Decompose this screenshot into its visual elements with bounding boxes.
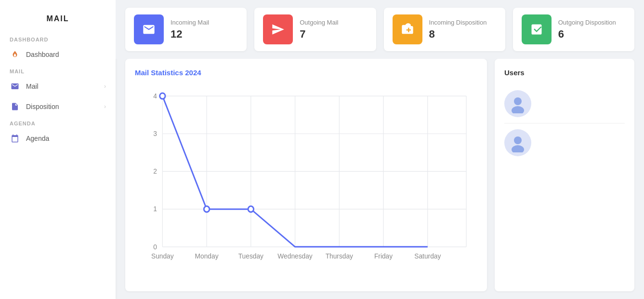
chart-point-tuesday: [248, 206, 253, 212]
svg-text:4: 4: [153, 92, 157, 100]
stat-card-incoming-mail: Incoming Mail 12: [125, 8, 247, 51]
chart-panel: Mail Statistics 2024: [125, 59, 487, 291]
svg-text:Sunday: Sunday: [151, 252, 174, 260]
svg-point-25: [514, 97, 522, 105]
sidebar-item-mail[interactable]: Mail ›: [0, 76, 116, 96]
doc-icon: [10, 101, 20, 112]
svg-point-27: [514, 136, 522, 144]
flame-icon: [10, 49, 20, 60]
incoming-mail-value: 12: [171, 28, 209, 41]
incoming-mail-info: Incoming Mail 12: [171, 19, 209, 41]
sidebar: MAIL DASHBOARD Dashboard MAIL Mail › Dis…: [0, 0, 116, 299]
user-avatar-icon: [508, 94, 527, 113]
stats-row: Incoming Mail 12 Outgoing Mail 7 Incomin…: [116, 0, 644, 59]
incoming-mail-icon: [142, 23, 156, 36]
avatar: [504, 129, 531, 156]
svg-text:Thursday: Thursday: [326, 252, 354, 260]
content-area: Mail Statistics 2024: [116, 59, 644, 299]
sidebar-item-agenda[interactable]: Agenda: [0, 128, 116, 149]
avatar: [504, 90, 531, 117]
list-item: [504, 84, 625, 123]
app-title: MAIL: [0, 10, 116, 33]
sidebar-item-agenda-label: Agenda: [26, 135, 49, 142]
outgoing-disposition-value: 6: [558, 28, 616, 41]
outgoing-disposition-icon: [530, 23, 543, 36]
chart-container: 4 3 2 1 0 Sunday Monday Tuesday Wednesda…: [135, 84, 477, 282]
incoming-disposition-icon: [401, 23, 414, 36]
disposition-chevron-icon: ›: [104, 103, 106, 110]
incoming-mail-label: Incoming Mail: [171, 19, 209, 26]
stat-card-outgoing-mail: Outgoing Mail 7: [254, 8, 376, 51]
incoming-mail-icon-box: [134, 14, 164, 44]
stat-card-outgoing-disposition: Outgoing Disposition 6: [513, 8, 634, 51]
incoming-disposition-info: Incoming Disposition 8: [429, 19, 487, 41]
svg-text:Tuesday: Tuesday: [238, 252, 264, 260]
svg-text:0: 0: [153, 243, 157, 250]
sidebar-item-disposition[interactable]: Disposition ›: [0, 96, 116, 117]
calendar-icon: [10, 133, 20, 144]
outgoing-disposition-label: Outgoing Disposition: [558, 19, 616, 26]
user-avatar-icon: [508, 133, 527, 152]
mail-icon: [10, 81, 20, 92]
users-title: Users: [504, 68, 625, 77]
sidebar-item-dashboard-label: Dashboard: [26, 51, 59, 58]
main-content: Incoming Mail 12 Outgoing Mail 7 Incomin…: [116, 0, 644, 299]
svg-text:Wednesday: Wednesday: [277, 252, 313, 260]
sidebar-item-disposition-label: Disposition: [26, 103, 59, 110]
outgoing-mail-value: 7: [300, 28, 338, 41]
svg-text:1: 1: [153, 205, 157, 213]
outgoing-mail-icon-box: [263, 14, 293, 44]
list-item: [504, 123, 625, 162]
outgoing-mail-label: Outgoing Mail: [300, 19, 338, 26]
svg-point-26: [512, 106, 524, 113]
chart-title: Mail Statistics 2024: [135, 68, 477, 77]
users-panel: Users: [495, 59, 634, 291]
sidebar-item-mail-label: Mail: [26, 82, 39, 90]
sidebar-section-dashboard: DASHBOARD: [0, 33, 116, 44]
svg-text:3: 3: [153, 130, 157, 137]
svg-text:Friday: Friday: [374, 252, 393, 260]
mail-chevron-icon: ›: [104, 83, 106, 90]
sidebar-section-agenda: AGENDA: [0, 117, 116, 128]
incoming-disposition-value: 8: [429, 28, 487, 41]
svg-text:Monday: Monday: [195, 252, 219, 260]
outgoing-disposition-icon-box: [522, 14, 552, 44]
incoming-disposition-icon-box: [393, 14, 422, 44]
chart-point-monday: [204, 206, 209, 212]
outgoing-disposition-info: Outgoing Disposition 6: [558, 19, 616, 41]
incoming-disposition-label: Incoming Disposition: [429, 19, 487, 26]
stat-card-incoming-disposition: Incoming Disposition 8: [384, 8, 505, 51]
outgoing-mail-info: Outgoing Mail 7: [300, 19, 338, 41]
svg-point-28: [512, 145, 524, 152]
outgoing-mail-icon: [271, 23, 285, 36]
mail-statistics-chart: 4 3 2 1 0 Sunday Monday Tuesday Wednesda…: [135, 84, 477, 282]
svg-text:Saturday: Saturday: [414, 252, 441, 260]
sidebar-item-dashboard[interactable]: Dashboard: [0, 44, 116, 65]
sidebar-section-mail: MAIL: [0, 65, 116, 76]
chart-point-sunday: [160, 93, 165, 99]
svg-text:2: 2: [153, 167, 157, 175]
